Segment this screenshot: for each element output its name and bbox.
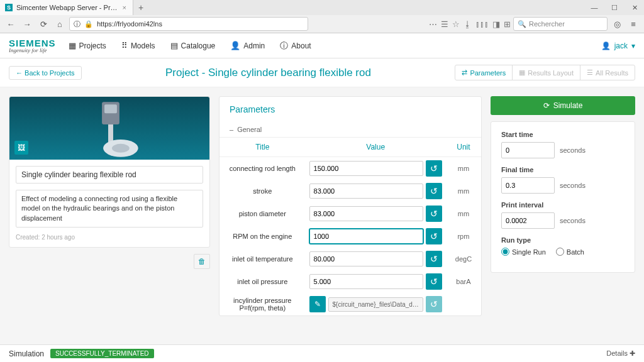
reload-icon[interactable]: ⟳ xyxy=(36,17,50,31)
param-unit: mm xyxy=(446,180,481,202)
param-title: stroke xyxy=(219,180,306,202)
user-menu[interactable]: 👤 jack ▾ xyxy=(601,41,635,50)
print-interval-label: Print interval xyxy=(501,201,625,209)
col-unit: Unit xyxy=(446,138,481,157)
new-tab-button[interactable]: + xyxy=(133,3,148,13)
run-type-single[interactable]: Single Run xyxy=(501,248,546,256)
simulate-button[interactable]: ⟳ Simulate xyxy=(491,96,635,115)
final-time-input[interactable] xyxy=(501,177,555,194)
download-icon[interactable]: ⭳ xyxy=(464,19,472,29)
delete-button[interactable]: 🗑 xyxy=(194,254,210,269)
url-input[interactable]: ⓘ 🔒 https://frlyodomi42lns xyxy=(69,17,308,31)
window-icon[interactable]: ⊞ xyxy=(504,19,511,29)
url-text: https://frlyodomi42lns xyxy=(97,20,162,28)
browser-tab[interactable]: S Simcenter Webapp Server - Pr… × xyxy=(0,0,133,15)
undo-icon: ↺ xyxy=(430,277,438,287)
reader-icon[interactable]: ☰ xyxy=(441,19,448,29)
home-icon[interactable]: ⌂ xyxy=(53,17,67,31)
param-value-input[interactable] xyxy=(309,184,423,199)
project-info-column: 🖼 Single cylinder bearing flexible rod E… xyxy=(9,96,210,336)
param-value-input[interactable] xyxy=(309,161,423,176)
final-time-unit: seconds xyxy=(560,182,586,189)
table-row: inlet oil pressure↺barA xyxy=(219,270,481,293)
param-value-input[interactable] xyxy=(309,251,423,266)
param-unit: barA xyxy=(446,270,481,293)
nav-about[interactable]: ⓘAbout xyxy=(274,38,317,54)
param-value-input[interactable] xyxy=(309,229,423,244)
reset-button[interactable]: ↺ xyxy=(426,183,442,199)
tab-title: Simcenter Webapp Server - Pr… xyxy=(16,4,118,11)
final-time-label: Final time xyxy=(501,166,625,173)
details-toggle[interactable]: Details ✚ xyxy=(606,349,635,358)
reset-button[interactable]: ↺ xyxy=(426,296,442,312)
trash-icon: 🗑 xyxy=(198,257,206,266)
status-footer: Simulation SUCCESSFULLY_TERMINATED Detai… xyxy=(0,344,644,362)
param-title: piston diameter xyxy=(219,202,306,225)
nav-admin[interactable]: 👤Admin xyxy=(224,38,271,54)
nav-projects[interactable]: ▦Projects xyxy=(62,38,113,54)
project-description-input[interactable]: Effect of modeling a connecting rod usin… xyxy=(16,190,203,228)
param-unit: rpm xyxy=(446,225,481,248)
project-name-input[interactable]: Single cylinder bearing flexible rod xyxy=(16,166,203,184)
start-time-input[interactable] xyxy=(501,142,555,158)
edit-file-button[interactable]: ✎ xyxy=(309,296,326,312)
param-value-input[interactable] xyxy=(309,206,423,221)
close-window-icon[interactable]: ✕ xyxy=(625,1,644,14)
close-icon[interactable]: × xyxy=(121,4,128,11)
sidebar-icon[interactable]: ◨ xyxy=(492,19,500,29)
reset-button[interactable]: ↺ xyxy=(426,206,442,222)
blocks-icon: ⠿ xyxy=(121,41,128,50)
param-unit: mm xyxy=(446,157,481,180)
tab-results-layout[interactable]: ▦Results Layout xyxy=(512,65,580,80)
parameters-panel: Parameters General Title Value Unit conn… xyxy=(219,96,482,316)
page-title: Project - Single cylinder bearing flexib… xyxy=(82,67,455,79)
table-row: RPM on the engine↺rpm xyxy=(219,225,481,248)
col-value: Value xyxy=(306,138,446,157)
tab-all-results[interactable]: ☰All Results xyxy=(580,65,635,80)
run-type-batch[interactable]: Batch xyxy=(556,248,584,256)
panel-title: Parameters xyxy=(219,97,481,122)
search-icon: 🔍 xyxy=(518,20,526,28)
parameters-table: Title Value Unit connecting rod length↺m… xyxy=(219,137,481,315)
run-type-label: Run type xyxy=(501,236,625,244)
reset-button[interactable]: ↺ xyxy=(426,160,442,177)
search-placeholder: Rechercher xyxy=(529,20,565,28)
reset-button[interactable]: ↺ xyxy=(426,273,442,290)
reset-button[interactable]: ↺ xyxy=(426,228,442,244)
param-unit xyxy=(446,293,481,315)
back-to-projects-button[interactable]: ← Back to Projects xyxy=(9,66,82,80)
list-icon: ☰ xyxy=(587,69,593,77)
maximize-icon[interactable]: ☐ xyxy=(605,1,624,14)
extension-icon[interactable]: ◎ xyxy=(610,17,624,31)
sliders-icon: ⇄ xyxy=(462,69,467,77)
param-title: incylinder pressure P=f(rpm, theta) xyxy=(219,293,306,315)
reset-button[interactable]: ↺ xyxy=(426,251,442,267)
more-icon[interactable]: ⋯ xyxy=(429,19,437,29)
library-icon[interactable]: ⫿⫿⫿ xyxy=(475,19,489,29)
back-icon[interactable]: ← xyxy=(4,17,18,31)
image-icon[interactable]: 🖼 xyxy=(14,141,28,155)
user-name: jack xyxy=(614,41,628,50)
nav-catalogue[interactable]: ▤Catalogue xyxy=(164,38,222,54)
param-value-input[interactable] xyxy=(309,274,423,289)
layout-icon: ▦ xyxy=(519,69,525,77)
table-row: stroke↺mm xyxy=(219,180,481,202)
forward-icon[interactable]: → xyxy=(20,17,34,31)
project-meta: Created: 2 hours ago xyxy=(16,234,203,241)
project-card: 🖼 Single cylinder bearing flexible rod E… xyxy=(9,96,210,248)
refresh-icon: ⟳ xyxy=(543,101,550,110)
print-interval-input[interactable] xyxy=(501,212,555,229)
undo-icon: ↺ xyxy=(430,209,438,219)
info-icon: ⓘ xyxy=(280,40,288,52)
browser-search[interactable]: 🔍 Rechercher xyxy=(513,17,608,31)
svg-rect-2 xyxy=(108,124,113,143)
section-header[interactable]: General xyxy=(219,122,481,137)
nav-models[interactable]: ⠿Models xyxy=(115,38,162,54)
minimize-icon[interactable]: — xyxy=(585,1,604,14)
tab-parameters[interactable]: ⇄Parameters xyxy=(455,65,512,80)
footer-label: Simulation xyxy=(9,349,44,358)
menu-icon[interactable]: ≡ xyxy=(626,17,640,31)
pencil-icon: ✎ xyxy=(314,300,321,309)
start-time-label: Start time xyxy=(501,131,625,138)
star-icon[interactable]: ☆ xyxy=(452,19,460,29)
